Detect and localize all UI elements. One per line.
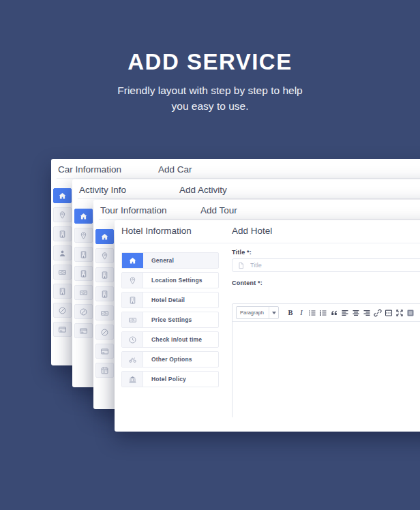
card-hotel-title: Hotel Information — [121, 226, 192, 236]
money-icon[interactable] — [53, 265, 72, 280]
content-editor: Paragraph B I — [232, 303, 420, 418]
map-pin-icon[interactable] — [74, 228, 93, 243]
document-icon — [237, 262, 245, 269]
ban-icon[interactable] — [74, 304, 93, 319]
editor-content-area[interactable] — [232, 322, 420, 419]
menu-item-label: Hotel Policy — [143, 372, 218, 387]
menu-item-label: Check in/out time — [143, 332, 218, 347]
align-left-button[interactable] — [340, 308, 350, 318]
user-icon[interactable] — [53, 245, 72, 260]
hero-title: ADD SERVICE — [0, 49, 420, 75]
paragraph-select-value: Paragraph — [240, 310, 264, 316]
menu-item-other-options[interactable]: Other Options — [121, 351, 219, 368]
numbered-list-button[interactable] — [318, 308, 329, 318]
building-icon — [122, 292, 143, 308]
editor-toolbar: Paragraph B I — [232, 304, 420, 322]
motorcycle-icon — [122, 352, 143, 367]
credit-card-icon[interactable] — [74, 323, 93, 338]
map-pin-icon[interactable] — [53, 207, 72, 222]
title-field — [232, 258, 420, 272]
toolbar-toggle-button[interactable] — [405, 308, 416, 318]
hero-subtitle: Friendly layout with step by step to hel… — [0, 82, 420, 114]
card-activity-title: Activity Info — [79, 185, 126, 195]
ban-icon[interactable] — [53, 303, 72, 318]
card-activity-add-title: Add Activity — [179, 185, 227, 195]
menu-item-check-in-out-time[interactable]: Check in/out time — [121, 331, 219, 348]
money-icon — [122, 312, 143, 327]
menu-item-location-settings[interactable]: Location Settings — [121, 272, 219, 288]
menu-item-hotel-policy[interactable]: Hotel Policy — [121, 371, 219, 387]
title-field-label: Title *: — [232, 249, 252, 256]
home-icon — [122, 253, 143, 268]
ban-icon[interactable] — [95, 325, 114, 340]
building-icon[interactable] — [74, 247, 93, 262]
menu-item-hotel-detail[interactable]: Hotel Detail — [121, 292, 219, 308]
menu-item-price-settings[interactable]: Price Settings — [121, 312, 219, 328]
card-tour-add-title: Add Tour — [200, 205, 237, 215]
divider — [120, 243, 420, 243]
content-field-label: Content *: — [232, 280, 262, 286]
paragraph-format-select[interactable]: Paragraph — [236, 306, 279, 319]
building-icon[interactable] — [95, 286, 114, 301]
card-car-title: Car Information — [58, 164, 121, 175]
building-icon[interactable] — [53, 226, 72, 241]
menu-item-label: Price Settings — [143, 312, 218, 327]
credit-card-icon[interactable] — [95, 344, 114, 359]
money-icon[interactable] — [95, 305, 114, 320]
read-more-button[interactable] — [383, 308, 394, 318]
title-input[interactable] — [249, 261, 420, 269]
card-hotel-add-title: Add Hotel — [232, 226, 272, 236]
bank-icon — [122, 372, 143, 387]
menu-item-label: Other Options — [143, 352, 218, 367]
calendar-icon[interactable] — [95, 363, 114, 378]
hero-subtitle-line2: you easy to use. — [0, 98, 420, 114]
home-icon[interactable] — [74, 209, 93, 224]
activity-sidebar-strip — [74, 209, 93, 338]
clock-icon — [122, 332, 143, 347]
building-icon[interactable] — [95, 267, 114, 282]
menu-item-label: Location Settings — [143, 273, 218, 288]
building-icon[interactable] — [74, 266, 93, 281]
insert-link-button[interactable] — [372, 308, 383, 318]
menu-item-label: General — [143, 253, 218, 268]
tour-sidebar-strip — [95, 229, 114, 378]
bulleted-list-button[interactable] — [307, 308, 318, 318]
align-center-button[interactable] — [350, 308, 361, 318]
card-tour-title: Tour Information — [100, 205, 167, 215]
align-right-button[interactable] — [361, 308, 372, 318]
building-icon[interactable] — [53, 284, 72, 299]
add-service-screen: ADD SERVICE Friendly layout with step by… — [0, 0, 420, 510]
menu-item-general[interactable]: General — [121, 252, 219, 269]
bold-button[interactable]: B — [285, 308, 296, 318]
credit-card-icon[interactable] — [53, 322, 72, 337]
fullscreen-button[interactable] — [394, 308, 405, 318]
home-icon[interactable] — [53, 188, 72, 203]
map-pin-icon — [122, 273, 143, 288]
card-car-add-title: Add Car — [158, 164, 192, 175]
home-icon[interactable] — [95, 229, 114, 244]
map-pin-icon[interactable] — [95, 248, 114, 263]
divider — [78, 198, 420, 199]
blockquote-button[interactable] — [329, 308, 340, 318]
money-icon[interactable] — [74, 285, 93, 300]
hero-subtitle-line1: Friendly layout with step by step to hel… — [0, 82, 420, 98]
divider — [57, 178, 420, 179]
car-sidebar-strip — [53, 188, 72, 337]
hotel-sidebar-menu: General Location Settings Hotel Detail P… — [121, 252, 219, 387]
menu-item-label: Hotel Detail — [143, 292, 218, 308]
divider — [99, 219, 420, 220]
chevron-down-icon — [269, 307, 278, 318]
hero-section: ADD SERVICE Friendly layout with step by… — [0, 49, 420, 114]
card-hotel: Hotel Information Add Hotel General Loca… — [115, 220, 420, 432]
italic-button[interactable]: I — [296, 308, 307, 318]
